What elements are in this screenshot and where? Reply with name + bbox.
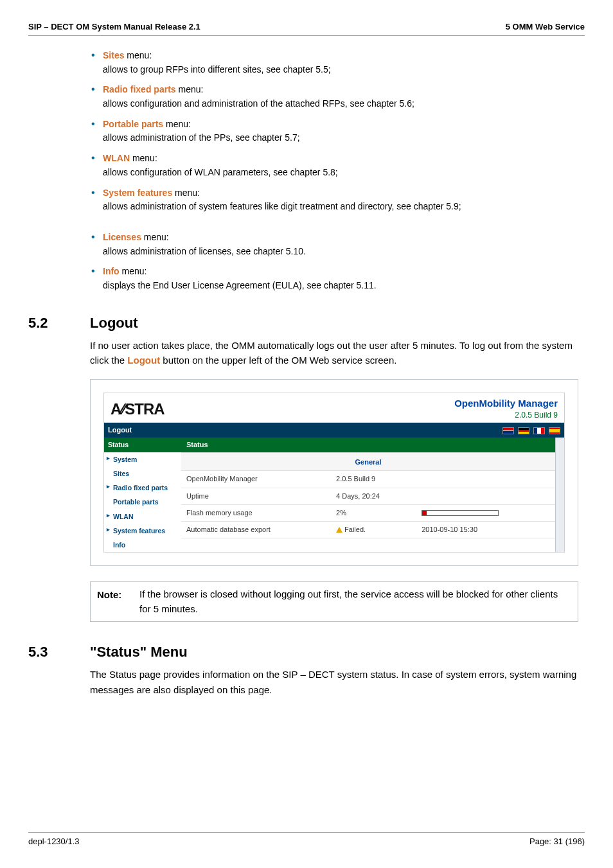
menu-desc: allows configuration of WLAN parameters,… [103,167,338,177]
section-5-3-heading: 5.3 "Status" Menu [28,644,585,660]
nav-system-features[interactable]: System features [104,524,181,538]
language-flags [501,425,560,436]
note-text: If the browser is closed without logging… [139,582,578,621]
section-title: "Status" Menu [90,644,188,660]
list-item: System features menu:allows administrati… [90,186,578,214]
main-greenbar: Status [181,438,555,452]
omm-title: OpenMobility Manager 2.0.5 Build 9 [454,398,558,420]
note-box: Note: If the browser is closed without l… [90,581,578,622]
note-label: Note: [91,582,139,621]
active-arrow-icon [181,438,188,450]
footer-left: depl-1230/1.3 [28,837,80,846]
warning-icon [336,527,342,533]
section-5-3-body: The Status page provides information on … [28,667,585,697]
nav-rfp[interactable]: Radio fixed parts [104,481,181,495]
menu-term: System features [103,188,172,198]
menu-term: Info [103,266,120,276]
nav-wlan[interactable]: WLAN [104,509,181,524]
list-item: Sites menu:allows to group RFPs into dif… [90,49,578,76]
header-left: SIP – DECT OM System Manual Release 2.1 [28,22,200,31]
shot-topbar: Logout [104,423,564,438]
omm-screenshot: A∕∕STRA OpenMobility Manager 2.0.5 Build… [103,393,565,553]
nav-pp[interactable]: Portable parts [104,495,181,509]
general-section-title: General [181,452,555,471]
logout-link[interactable]: Logout [108,425,132,436]
menu-term: Radio fixed parts [103,84,176,94]
list-item: WLAN menu:allows configuration of WLAN p… [90,152,578,179]
list-item: Licenses menu:allows administration of l… [90,231,578,258]
table-row: Flash memory usage2% [181,504,555,521]
menu-list-1: Sites menu:allows to group RFPs into dif… [90,49,578,214]
footer-right: Page: 31 (196) [529,837,585,846]
menu-desc: allows administration of system features… [103,201,461,211]
aastra-logo: A∕∕STRA [111,397,164,421]
shot-sidebar: Status System Sites Radio fixed parts Po… [104,438,181,552]
menu-list-2: Licenses menu:allows administration of l… [90,231,578,293]
menu-desc: allows administration of the PPs, see ch… [103,132,300,143]
menu-term: Portable parts [103,119,163,129]
menu-term: Licenses [103,232,141,242]
list-item: Portable parts menu:allows administratio… [90,118,578,145]
section-number: 5.2 [28,315,90,332]
page-header: SIP – DECT OM System Manual Release 2.1 … [28,22,585,36]
menu-term: Sites [103,50,124,60]
nav-sites[interactable]: Sites [104,466,181,481]
nav-info[interactable]: Info [104,538,181,552]
header-right: 5 OMM Web Service [506,22,585,31]
menu-term: WLAN [103,153,130,163]
list-item: Info menu:displays the End User License … [90,265,578,292]
shot-header: A∕∕STRA OpenMobility Manager 2.0.5 Build… [104,393,564,423]
scrollbar[interactable] [555,438,564,552]
page-footer: depl-1230/1.3 Page: 31 (196) [28,832,585,846]
list-item: Radio fixed parts menu:allows configurat… [90,83,578,111]
table-row: Automatic database exportFailed.2010-09-… [181,521,555,538]
nav-system[interactable]: System [104,452,181,466]
menu-desc: allows administration of licenses, see c… [103,246,306,256]
status-table: OpenMobility Manager2.0.5 Build 9 Uptime… [181,471,555,538]
omm-version: 2.0.5 Build 9 [515,411,558,420]
flag-fr-icon[interactable] [533,427,545,434]
table-row: OpenMobility Manager2.0.5 Build 9 [181,471,555,488]
menu-desc: allows to group RFPs into different site… [103,64,331,75]
nav-status[interactable]: Status [104,438,181,452]
flag-es-icon[interactable] [549,427,560,434]
logout-term: Logout [127,355,160,366]
section-number: 5.3 [28,644,90,660]
flag-de-icon[interactable] [518,427,529,434]
menu-desc: allows configuration and administration … [103,98,414,109]
menu-desc: displays the End User License Agreement … [103,280,377,290]
screenshot-frame: A∕∕STRA OpenMobility Manager 2.0.5 Build… [90,379,578,566]
section-title: Logout [90,315,138,332]
progress-bar [422,510,499,516]
shot-main: Status General OpenMobility Manager2.0.5… [181,438,555,552]
section-5-2-body: If no user action takes place, the OMM a… [28,338,585,623]
flag-uk-icon[interactable] [502,427,514,434]
section-5-2-heading: 5.2 Logout [28,315,585,332]
table-row: Uptime4 Days, 20:24 [181,488,555,504]
